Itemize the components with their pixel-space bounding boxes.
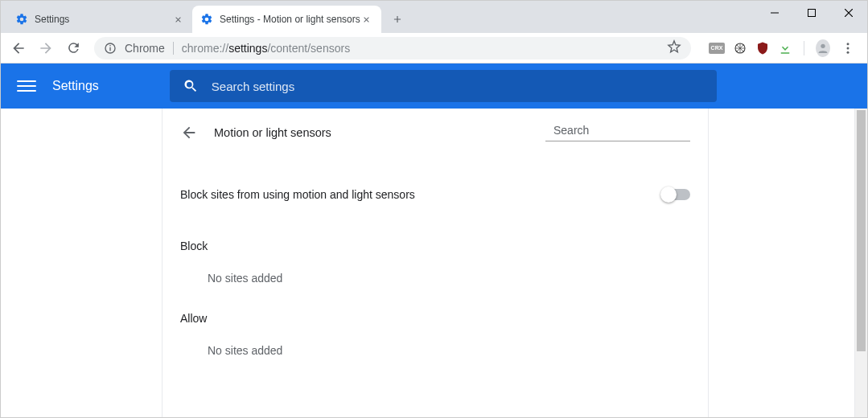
bookmark-star-icon[interactable] bbox=[667, 39, 681, 56]
content-area: Motion or light sensors Block sites from… bbox=[1, 109, 867, 417]
window-controls bbox=[756, 1, 867, 25]
maximize-button[interactable] bbox=[793, 1, 830, 25]
nav-back-button[interactable] bbox=[7, 37, 30, 59]
app-title: Settings bbox=[52, 79, 99, 93]
kebab-menu-icon[interactable] bbox=[838, 37, 858, 59]
svg-point-6 bbox=[821, 43, 825, 47]
back-arrow-icon[interactable] bbox=[180, 124, 198, 141]
svg-rect-4 bbox=[109, 45, 110, 46]
extension-crx-icon[interactable]: CRX bbox=[709, 43, 725, 54]
allow-heading: Allow bbox=[180, 312, 690, 325]
extension-shield-icon[interactable] bbox=[755, 41, 770, 55]
settings-app-header: Settings bbox=[1, 64, 867, 109]
extension-mesh-icon[interactable] bbox=[733, 41, 747, 55]
block-empty-text: No sites added bbox=[180, 272, 690, 285]
hamburger-menu-icon[interactable] bbox=[17, 76, 36, 96]
allow-empty-text: No sites added bbox=[180, 344, 690, 357]
tab-title: Settings bbox=[35, 14, 171, 25]
window-close-button[interactable] bbox=[830, 1, 867, 25]
browser-toolbar: Chrome chrome://settings/content/sensors… bbox=[1, 33, 867, 64]
profile-avatar[interactable] bbox=[816, 41, 830, 55]
toggle-label: Block sites from using motion and light … bbox=[180, 188, 415, 201]
reload-button[interactable] bbox=[62, 37, 84, 59]
omnibox-scheme-label: Chrome bbox=[125, 42, 174, 55]
address-bar[interactable]: Chrome chrome://settings/content/sensors bbox=[94, 37, 691, 59]
nav-forward-button[interactable] bbox=[35, 37, 57, 59]
gear-icon bbox=[15, 13, 28, 26]
close-icon[interactable] bbox=[171, 13, 184, 26]
inline-search[interactable] bbox=[545, 123, 690, 141]
tab-strip: Settings Settings - Motion or light sens… bbox=[7, 1, 409, 33]
search-icon bbox=[183, 78, 199, 94]
tab-settings-2-active[interactable]: Settings - Motion or light sensors bbox=[192, 6, 381, 33]
tab-settings-1[interactable]: Settings bbox=[7, 6, 192, 33]
site-info-icon[interactable] bbox=[104, 42, 117, 55]
svg-rect-1 bbox=[808, 10, 816, 17]
inline-search-input[interactable] bbox=[553, 124, 694, 137]
sensors-block-toggle-row: Block sites from using motion and light … bbox=[162, 156, 708, 212]
separator bbox=[804, 41, 804, 55]
extension-icons: CRX bbox=[701, 37, 861, 59]
tab-title: Settings - Motion or light sensors bbox=[220, 14, 360, 25]
settings-search-input[interactable] bbox=[212, 80, 704, 93]
gear-icon bbox=[200, 13, 213, 26]
section-header: Motion or light sensors bbox=[162, 109, 708, 156]
extension-download-icon[interactable] bbox=[778, 41, 792, 55]
svg-point-7 bbox=[847, 43, 849, 45]
settings-panel: Motion or light sensors Block sites from… bbox=[162, 109, 709, 417]
scrollbar-area bbox=[709, 109, 867, 417]
scrollbar-thumb[interactable] bbox=[857, 110, 866, 351]
block-heading: Block bbox=[180, 240, 690, 252]
toggle-knob bbox=[660, 186, 677, 203]
svg-rect-0 bbox=[771, 13, 779, 14]
new-tab-button[interactable] bbox=[386, 8, 409, 31]
allow-section: Allow No sites added bbox=[162, 312, 708, 357]
browser-titlebar: Settings Settings - Motion or light sens… bbox=[1, 1, 867, 33]
page-title: Motion or light sensors bbox=[214, 126, 529, 139]
vertical-scrollbar[interactable] bbox=[854, 109, 867, 417]
settings-search-bar[interactable] bbox=[170, 70, 717, 102]
block-section: Block No sites added bbox=[162, 240, 708, 285]
svg-rect-3 bbox=[109, 47, 110, 51]
close-icon[interactable] bbox=[360, 13, 373, 26]
minimize-button[interactable] bbox=[756, 1, 793, 25]
omnibox-url: chrome://settings/content/sensors bbox=[182, 42, 667, 55]
svg-point-8 bbox=[847, 47, 849, 49]
sensors-block-toggle[interactable] bbox=[663, 189, 690, 200]
svg-point-9 bbox=[847, 51, 849, 53]
